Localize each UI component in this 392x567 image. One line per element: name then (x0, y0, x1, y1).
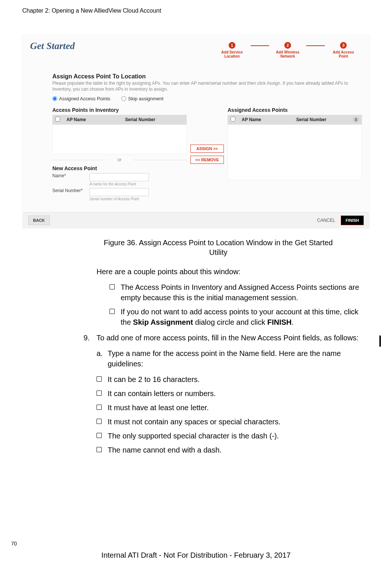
progress-stepper: 1 Add ServiceLocation 2 Add WirelessNetw… (213, 42, 362, 58)
list-text: dialog circle and click (193, 318, 267, 326)
name-label: Name* (52, 173, 89, 178)
bold-text: FINISH (267, 318, 292, 326)
name-hint: A name for the Access Point (89, 182, 149, 186)
serial-label: Serial Number* (52, 188, 89, 193)
finish-button[interactable]: FINISH (341, 216, 364, 225)
step-2-circle: 2 (284, 42, 291, 49)
figure-screenshot: Get Started 1 Add ServiceLocation 2 Add … (22, 35, 370, 229)
name-input[interactable] (89, 173, 149, 181)
assign-section-desc: Please populate the table to the right b… (52, 81, 362, 92)
step-3-label: Add AccessPoint (333, 50, 354, 58)
serial-input[interactable] (89, 188, 149, 196)
step-1-label: Add ServiceLocation (221, 50, 243, 58)
assigned-title: Assigned Access Points (228, 107, 362, 113)
step-text: To add one of more access points, fill i… (97, 333, 362, 343)
radio-skip[interactable]: Skip assignment (121, 96, 163, 101)
inventory-col-sn: Serial Number (125, 117, 184, 122)
guideline-item: It must not contain any spaces or specia… (97, 417, 362, 427)
get-started-title: Get Started (30, 40, 75, 52)
radio-assigned-input[interactable] (52, 96, 57, 101)
guideline-item: It must have at least one letter. (97, 402, 362, 413)
step-3-circle: 3 (340, 42, 347, 49)
list-text: . (292, 318, 294, 326)
step-connector (251, 45, 269, 46)
assigned-table-header: AP Name Serial Number 0 (228, 115, 362, 124)
page-number: 70 (11, 541, 17, 547)
assign-section-title: Assign Access Point To Location (52, 73, 362, 80)
guideline-item: The name cannot end with a dash. (97, 445, 362, 455)
inventory-panel: Access Points in Inventory AP Name Seria… (52, 107, 187, 201)
radio-assigned-label: Assigned Access Points (59, 96, 110, 101)
guideline-item: The only supported special character is … (97, 431, 362, 441)
inventory-select-all-checkbox[interactable] (55, 117, 60, 122)
intro-text: Here are a couple points about this wind… (97, 266, 362, 277)
guideline-item: It can contain letters or numbers. (97, 388, 362, 399)
figure-caption: Figure 36. Assign Access Point to Locati… (97, 238, 340, 257)
inventory-title: Access Points in Inventory (52, 107, 187, 113)
inventory-table-header: AP Name Serial Number (52, 115, 187, 124)
assign-button[interactable]: ASSIGN >> (190, 145, 224, 153)
inventory-col-apname: AP Name (66, 117, 125, 122)
serial-hint: Serial number of Access Point (89, 197, 149, 201)
step-number: 9. (84, 333, 97, 343)
assigned-col-sn: Serial Number (296, 117, 351, 122)
assigned-table-body (228, 124, 362, 180)
wizard-footer-bar: BACK CANCEL FINISH (23, 212, 369, 228)
assigned-col-apname: AP Name (242, 117, 296, 122)
guideline-item: It can be 2 to 16 characters. (97, 374, 362, 385)
footer-line: Internal ATI Draft - Not For Distributio… (0, 551, 392, 560)
radio-skip-label: Skip assignment (128, 96, 163, 101)
cancel-button[interactable]: CANCEL (317, 218, 335, 223)
change-bar (379, 336, 381, 347)
substep-letter: a. (97, 348, 108, 369)
remove-button[interactable]: << REMOVE (190, 156, 224, 164)
inventory-table-body (52, 124, 187, 154)
new-ap-title: New Access Point (52, 165, 187, 171)
assigned-panel: Assigned Access Points AP Name Serial Nu… (228, 107, 362, 201)
bullet-item: The Access Points in Inventory and Assig… (110, 282, 362, 303)
substep-text: Type a name for the access point in the … (108, 348, 362, 369)
or-divider: or (52, 157, 187, 162)
step-connector (306, 45, 325, 46)
back-button[interactable]: BACK (28, 216, 50, 225)
radio-assigned[interactable]: Assigned Access Points (52, 96, 110, 101)
step-2-label: Add WirelessNetwork (276, 50, 299, 58)
bullet-item: If you do not want to add access points … (110, 307, 362, 327)
assigned-select-all-checkbox[interactable] (231, 117, 235, 122)
assigned-count-badge: 0 (353, 117, 359, 123)
step-1-circle: 1 (229, 42, 235, 49)
chapter-header: Chapter 2: Opening a New AlliedView Clou… (22, 7, 370, 14)
bold-text: Skip Assignment (133, 318, 193, 326)
radio-skip-input[interactable] (121, 96, 126, 101)
